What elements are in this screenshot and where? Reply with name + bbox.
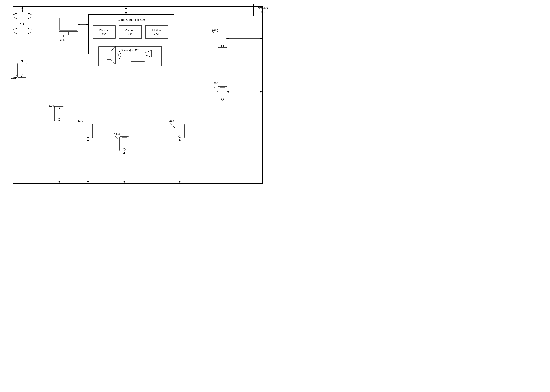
svg-point-15 xyxy=(13,13,32,19)
svg-point-65 xyxy=(221,98,224,100)
diagram: Network 450 408 406 Cloud Controller 426… xyxy=(0,0,275,196)
svg-marker-63 xyxy=(179,181,181,183)
svg-marker-31 xyxy=(107,47,115,64)
svg-text:440c: 440c xyxy=(78,119,84,123)
svg-point-18 xyxy=(13,28,32,34)
svg-text:440f: 440f xyxy=(212,82,218,85)
svg-marker-45 xyxy=(58,181,60,183)
svg-marker-51 xyxy=(87,181,89,183)
svg-marker-5 xyxy=(21,10,23,12)
svg-marker-39 xyxy=(21,60,23,63)
svg-marker-10 xyxy=(226,38,229,39)
svg-text:Camera: Camera xyxy=(125,29,135,32)
svg-rect-32 xyxy=(130,51,145,62)
svg-rect-64 xyxy=(218,86,227,101)
svg-line-93 xyxy=(114,135,120,141)
svg-point-59 xyxy=(179,135,181,138)
svg-line-92 xyxy=(78,122,83,128)
svg-rect-46 xyxy=(83,124,93,138)
svg-rect-19 xyxy=(59,17,78,32)
svg-rect-58 xyxy=(175,124,184,138)
svg-point-35 xyxy=(21,75,23,77)
svg-marker-62 xyxy=(179,138,181,141)
svg-marker-11 xyxy=(260,38,263,39)
svg-text:406: 406 xyxy=(60,38,65,42)
svg-point-68 xyxy=(221,45,224,47)
svg-line-94 xyxy=(169,122,175,128)
svg-text:Network: Network xyxy=(258,7,268,10)
svg-line-97 xyxy=(62,35,68,41)
svg-text:440d: 440d xyxy=(114,132,120,135)
svg-text:Sensor(s) 428: Sensor(s) 428 xyxy=(121,49,139,52)
svg-rect-52 xyxy=(120,137,129,151)
svg-marker-13 xyxy=(226,91,229,93)
svg-line-96 xyxy=(212,31,218,37)
svg-text:430: 430 xyxy=(102,33,106,36)
svg-marker-14 xyxy=(260,91,263,93)
svg-text:Cloud Controller 426: Cloud Controller 426 xyxy=(118,18,145,21)
svg-rect-28 xyxy=(119,26,141,38)
svg-rect-20 xyxy=(60,18,77,30)
svg-rect-22 xyxy=(64,35,73,37)
svg-text:440b: 440b xyxy=(49,105,55,108)
svg-line-95 xyxy=(212,84,218,92)
svg-marker-7 xyxy=(125,7,127,9)
svg-text:440e: 440e xyxy=(169,119,176,123)
svg-marker-56 xyxy=(123,151,125,154)
svg-text:434: 434 xyxy=(154,33,159,36)
svg-marker-50 xyxy=(87,138,89,141)
svg-line-91 xyxy=(49,107,55,113)
svg-rect-67 xyxy=(218,33,227,48)
svg-marker-24 xyxy=(86,24,89,25)
svg-marker-57 xyxy=(123,181,125,183)
svg-text:408: 408 xyxy=(20,22,25,26)
svg-rect-27 xyxy=(93,26,115,38)
svg-rect-29 xyxy=(145,26,168,38)
svg-text:432: 432 xyxy=(128,33,133,36)
svg-rect-34 xyxy=(18,63,27,77)
svg-text:440g: 440g xyxy=(212,28,218,32)
svg-point-53 xyxy=(123,148,125,150)
svg-text:Motion: Motion xyxy=(152,29,161,32)
svg-text:Display: Display xyxy=(99,29,109,32)
svg-text:450: 450 xyxy=(261,10,265,14)
svg-marker-33 xyxy=(145,50,152,57)
svg-point-47 xyxy=(87,135,89,138)
svg-marker-44 xyxy=(58,107,60,109)
svg-marker-25 xyxy=(78,24,80,25)
